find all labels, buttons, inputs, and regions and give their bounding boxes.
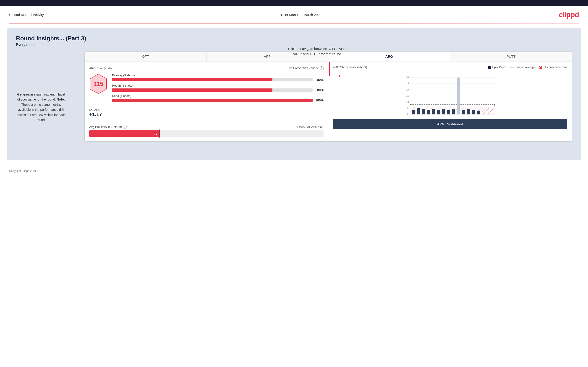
hexagon-container: 115 Fairway (5 shots) 80% bbox=[89, 74, 324, 104]
legend-updown-box bbox=[488, 66, 491, 69]
sg-row: SG ARG +1.17 bbox=[89, 108, 324, 117]
annotation-text: Click to navigate between 'OTT', 'APP','… bbox=[288, 46, 347, 57]
legend-6ft: 6 ft conversion zone bbox=[539, 66, 567, 69]
legend-updown: Up & Down bbox=[488, 66, 506, 69]
tab-putt[interactable]: PUTT bbox=[450, 52, 572, 62]
fairway-bar-fill bbox=[112, 78, 272, 81]
main-content: Round Insights... (Part 3) Every round i… bbox=[7, 28, 581, 160]
svg-rect-23 bbox=[417, 108, 420, 114]
copyright: Copyright Clippd 2021 bbox=[9, 169, 36, 173]
sand-bar-wrap: 100% bbox=[112, 99, 324, 102]
quality-row-rough: Rough (5 shots) 80% bbox=[112, 84, 324, 92]
proximity-cursor bbox=[159, 129, 160, 138]
rough-bar-bg bbox=[112, 88, 313, 92]
svg-rect-26 bbox=[432, 109, 435, 114]
svg-rect-36 bbox=[482, 107, 485, 114]
sand-bar-fill bbox=[112, 99, 313, 102]
svg-rect-31 bbox=[457, 77, 460, 114]
chart-area: 0 5 10 15 20 25 30 bbox=[333, 71, 567, 116]
svg-rect-32 bbox=[462, 110, 465, 114]
svg-text:15: 15 bbox=[406, 95, 409, 97]
svg-rect-22 bbox=[412, 110, 415, 114]
sg-value: +1.17 bbox=[89, 111, 324, 117]
svg-rect-25 bbox=[427, 110, 430, 114]
svg-text:20: 20 bbox=[406, 88, 409, 91]
top-bar bbox=[0, 0, 588, 6]
legend-6ft-label: 6 ft conversion zone bbox=[543, 66, 567, 69]
svg-text:0: 0 bbox=[407, 113, 409, 116]
proximity-section: Avg Proximity to Hole (ft) ? ↑ PGA Tour … bbox=[89, 121, 324, 137]
left-panel: ARG Shot Quality 6ft Conversion Zone % ?… bbox=[85, 62, 328, 141]
section-title: Round Insights... (Part 3) bbox=[16, 35, 572, 42]
header: Upload Manual Activity User Manual - Mar… bbox=[0, 6, 588, 23]
tab-ott[interactable]: OTT bbox=[85, 52, 207, 62]
svg-text:5: 5 bbox=[407, 107, 409, 109]
proximity-bar-fill: 77' bbox=[89, 130, 159, 137]
sand-bar-bg bbox=[112, 99, 313, 102]
legend-round-avg-label: Round Average bbox=[516, 66, 535, 69]
proximity-title: Avg Proximity to Hole (ft) ? bbox=[89, 125, 127, 129]
fairway-bar-bg bbox=[112, 78, 313, 81]
document-title: User Manual - March 2022 bbox=[281, 13, 321, 17]
svg-rect-38 bbox=[490, 107, 493, 114]
left-panel-header: ARG Shot Quality 6ft Conversion Zone % ? bbox=[89, 66, 324, 70]
header-divider bbox=[9, 23, 579, 24]
legend-hatch-box bbox=[539, 66, 542, 69]
svg-rect-27 bbox=[437, 110, 440, 114]
proximity-header: Avg Proximity to Hole (ft) ? ↑ PGA Tour … bbox=[89, 125, 324, 129]
logo: clippd bbox=[559, 10, 579, 19]
right-panel: ARG Shots - Proximity (ft) Up & Down Rou… bbox=[328, 62, 572, 141]
rough-bar-wrap: 80% bbox=[112, 88, 324, 92]
conversion-info-icon[interactable]: ? bbox=[320, 66, 324, 70]
proximity-bar-label: 77' bbox=[154, 132, 158, 135]
rough-bar-fill bbox=[112, 88, 272, 92]
fairway-label: Fairway (5 shots) bbox=[112, 74, 324, 77]
svg-rect-37 bbox=[486, 107, 489, 114]
svg-rect-29 bbox=[447, 110, 450, 114]
svg-text:8: 8 bbox=[494, 103, 496, 106]
conversion-label: 6ft Conversion Zone % ? bbox=[289, 66, 324, 70]
proximity-bar-wrap: 77' bbox=[89, 130, 324, 137]
shot-quality-label: ARG Shot Quality bbox=[89, 67, 113, 70]
svg-rect-24 bbox=[422, 109, 425, 114]
fairway-bar-wrap: 80% bbox=[112, 78, 324, 82]
svg-text:30: 30 bbox=[406, 76, 409, 79]
svg-rect-30 bbox=[452, 109, 455, 114]
rough-label: Rough (5 shots) bbox=[112, 84, 324, 87]
chart-legend: Up & Down Round Average 6 ft conversion … bbox=[488, 66, 567, 69]
chart-svg: 0 5 10 15 20 25 30 bbox=[333, 71, 567, 116]
svg-rect-34 bbox=[472, 110, 475, 114]
quality-row-fairway: Fairway (5 shots) 80% bbox=[112, 74, 324, 82]
legend-updown-label: Up & Down bbox=[492, 66, 506, 69]
hexagon-value: 115 bbox=[93, 81, 103, 88]
sand-label: Sand (1 shots) bbox=[112, 94, 324, 98]
quality-row-sand: Sand (1 shots) 100% bbox=[112, 94, 324, 102]
left-description: Get greater insight into each facet of y… bbox=[16, 92, 66, 122]
pga-tour-avg: ↑ PGA Tour Avg: 7'10" bbox=[297, 125, 324, 128]
rough-pct: 80% bbox=[314, 88, 324, 92]
svg-text:10: 10 bbox=[406, 101, 409, 103]
sg-label: SG ARG bbox=[89, 108, 324, 111]
upload-manual-link[interactable]: Upload Manual Activity bbox=[9, 13, 44, 17]
footer: Copyright Clippd 2021 bbox=[0, 165, 588, 177]
svg-marker-39 bbox=[410, 104, 412, 106]
svg-text:25: 25 bbox=[406, 82, 409, 85]
legend-round-avg: Round Average bbox=[510, 66, 535, 69]
hexagon: 115 bbox=[89, 74, 107, 94]
quality-bars: Fairway (5 shots) 80% Rough (5 shots) bbox=[112, 74, 324, 104]
svg-rect-33 bbox=[467, 109, 470, 114]
proximity-info-icon[interactable]: ? bbox=[123, 125, 127, 129]
sand-pct: 100% bbox=[314, 99, 324, 102]
fairway-pct: 80% bbox=[314, 78, 324, 82]
svg-rect-28 bbox=[442, 109, 445, 114]
legend-dash bbox=[510, 67, 515, 67]
svg-rect-35 bbox=[477, 110, 480, 114]
arg-dashboard-button[interactable]: ARG Dashboard bbox=[333, 119, 567, 129]
